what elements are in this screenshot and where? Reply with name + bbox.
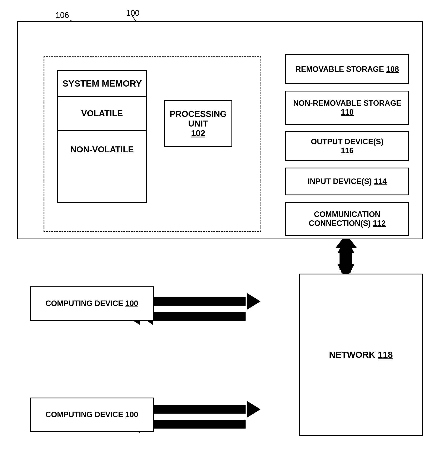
input-devices-box: INPUT DEVICE(S) 114 (285, 168, 409, 195)
network-ref: 118 (378, 350, 393, 360)
computing-device-1-box: COMPUTING DEVICE 100 (30, 286, 154, 321)
input-devices-ref: 114 (374, 177, 387, 186)
processing-unit-box: PROCESSING UNIT 102 (164, 100, 232, 147)
removable-storage-ref-num: 108 (386, 65, 399, 74)
input-devices-text: INPUT DEVICE(S) (308, 177, 372, 186)
processing-unit-ref: 102 (191, 129, 205, 138)
non-removable-storage-ref: 110 (341, 108, 354, 117)
system-memory-label: SYSTEM MEMORY (58, 71, 146, 96)
system-memory-box: SYSTEM MEMORY VOLATILE NON-VOLATILE (57, 70, 147, 203)
computing-device-1-ref: 100 (125, 299, 138, 308)
non-removable-storage-text: NON-REMOVABLE STORAGE (293, 99, 401, 108)
non-volatile-label: NON-VOLATILE (58, 131, 146, 168)
outer-computing-device-box: SYSTEM MEMORY VOLATILE NON-VOLATILE PROC… (17, 21, 423, 239)
output-devices-ref: 116 (341, 146, 354, 155)
ref-106-label: 106 (55, 11, 69, 20)
processing-unit-text: PROCESSING UNIT (170, 109, 227, 128)
computing-device-1-text: COMPUTING DEVICE (45, 299, 123, 308)
computing-device-2-ref: 100 (125, 410, 138, 419)
volatile-label: VOLATILE (58, 96, 146, 131)
non-removable-storage-box: NON-REMOVABLE STORAGE 110 (285, 91, 409, 125)
dashed-inner-box: SYSTEM MEMORY VOLATILE NON-VOLATILE PROC… (44, 57, 261, 232)
output-devices-text: OUTPUT DEVICE(S) (311, 137, 383, 146)
communication-connections-box: COMMUNICATION CONNECTION(S) 112 (285, 202, 409, 236)
computing-device-2-text: COMPUTING DEVICE (45, 410, 123, 419)
ref-100-top-label: 100 (126, 9, 139, 18)
diagram: 106 100 104 SYSTEM MEMORY VOLATILE NON-V… (0, 0, 448, 476)
removable-storage-text: REMOVABLE STORAGE (296, 65, 384, 74)
bottom-section: NETWORK 118 COMPUTING DEVICE 100 COMPUTI… (17, 256, 423, 462)
computing-device-2-box: COMPUTING DEVICE 100 (30, 397, 154, 432)
communication-connections-text: COMMUNICATION CONNECTION(S) (309, 210, 381, 228)
communication-connections-ref: 112 (373, 219, 386, 228)
output-devices-box: OUTPUT DEVICE(S) 116 (285, 131, 409, 161)
removable-storage-box: REMOVABLE STORAGE 108 (285, 54, 409, 84)
svg-marker-3 (337, 237, 354, 253)
network-text: NETWORK (329, 350, 375, 360)
network-box: NETWORK 118 (299, 274, 423, 436)
